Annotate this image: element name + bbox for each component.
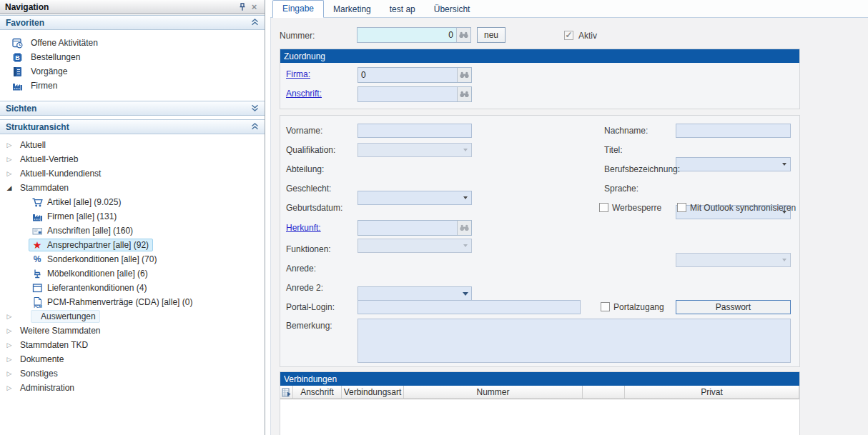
- herkunft-value[interactable]: [358, 221, 457, 235]
- tree-node[interactable]: %Sonderkonditionen [alle] (70): [29, 253, 161, 266]
- tree-node[interactable]: Aktuell-Kundendienst: [14, 167, 105, 180]
- tree-item[interactable]: ▷Aktuell-Kundendienst: [0, 166, 265, 181]
- nachname-input[interactable]: [676, 124, 791, 138]
- chevron-down-icon[interactable]: [459, 239, 471, 252]
- expand-expander-icon[interactable]: ▷: [5, 341, 14, 349]
- anschrift-link[interactable]: Anschrift:: [286, 89, 322, 99]
- bemerkung-textarea[interactable]: [357, 319, 791, 363]
- tree-item[interactable]: ▷Auswertungen: [0, 309, 265, 324]
- tree-node[interactable]: Anschriften [alle] (160): [29, 224, 137, 239]
- expand-expander-icon[interactable]: ▷: [5, 313, 14, 320]
- tab-marketing[interactable]: Marketing: [324, 1, 380, 17]
- titel-dropdown[interactable]: [676, 157, 791, 171]
- collapse-chevron-up-icon[interactable]: [251, 18, 259, 28]
- qualifikation-dropdown[interactable]: [357, 143, 472, 157]
- expand-chevron-down-icon[interactable]: [251, 104, 259, 114]
- tree-node[interactable]: Weitere Stammdaten: [14, 324, 105, 337]
- tree-item[interactable]: Möbelkonditionen [alle] (6): [0, 266, 265, 281]
- tree-node[interactable]: PCMPCM-Rahmenverträge (CDA) [alle] (0): [29, 295, 197, 310]
- expand-expander-icon[interactable]: ▷: [5, 156, 14, 163]
- sichten-header[interactable]: Sichten: [0, 101, 265, 116]
- tree-item[interactable]: ▷Sonstiges: [0, 366, 265, 381]
- tree-item[interactable]: ▷Aktuell: [0, 138, 265, 152]
- tree-item[interactable]: ▷Aktuell-Vertrieb: [0, 152, 265, 166]
- column-header-verbindungsart[interactable]: Verbindungsart: [342, 386, 404, 399]
- tree-node[interactable]: Sonstiges: [14, 367, 62, 380]
- column-header-privat[interactable]: Privat: [625, 386, 799, 399]
- strukturansicht-header[interactable]: Strukturansicht: [0, 119, 265, 134]
- tree-item[interactable]: ▷Dokumente: [0, 352, 265, 366]
- aktiv-checkbox[interactable]: ✓: [564, 31, 573, 40]
- firma-link[interactable]: Firma:: [286, 69, 310, 79]
- herkunft-link[interactable]: Herkunft:: [286, 223, 321, 233]
- favorite-item[interactable]: Offene Aktivitäten: [0, 36, 265, 50]
- tree-item[interactable]: Lieferantenkonditionen (4): [0, 281, 265, 295]
- tree-node[interactable]: Möbelkonditionen [alle] (6): [29, 266, 152, 281]
- tab-test-ap[interactable]: test ap: [380, 1, 425, 17]
- tree-item[interactable]: %Sonderkonditionen [alle] (70): [0, 252, 265, 266]
- chevron-down-icon[interactable]: [459, 191, 471, 204]
- binoculars-search-icon[interactable]: [457, 87, 471, 101]
- abteilung-dropdown[interactable]: [357, 191, 472, 205]
- column-header-empty[interactable]: [583, 386, 625, 399]
- expand-expander-icon[interactable]: ▷: [5, 370, 14, 377]
- tab-eingabe[interactable]: Eingabe: [272, 0, 324, 18]
- tree-node[interactable]: Stammdaten TKD: [14, 339, 92, 351]
- tree-node[interactable]: Aktuell: [14, 139, 50, 151]
- favoriten-header[interactable]: Favoriten: [0, 15, 265, 30]
- vorname-input[interactable]: [357, 124, 472, 138]
- collapse-expander-icon[interactable]: ◢: [5, 184, 14, 191]
- calendar-dropdown-icon[interactable]: [459, 287, 471, 300]
- tree-node[interactable]: Dokumente: [14, 353, 68, 366]
- binoculars-search-icon[interactable]: [457, 221, 471, 235]
- tree-node[interactable]: Firmen [alle] (131): [29, 209, 121, 224]
- neu-button[interactable]: neu: [477, 27, 505, 43]
- verbindungen-table-body[interactable]: [280, 399, 799, 435]
- binoculars-search-icon[interactable]: [456, 28, 470, 42]
- tree-node[interactable]: Aktuell-Vertrieb: [14, 153, 82, 166]
- binoculars-search-icon[interactable]: [457, 68, 471, 82]
- tree-node[interactable]: Stammdaten: [14, 181, 73, 194]
- tree-item[interactable]: ★Ansprechpartner [alle] (92): [0, 238, 265, 252]
- passwort-button[interactable]: Passwort: [676, 300, 791, 314]
- portalzugang-checkbox[interactable]: ✓: [601, 302, 610, 311]
- tab-übersicht[interactable]: Übersicht: [425, 1, 480, 17]
- tree-item[interactable]: Firmen [alle] (131): [0, 209, 265, 224]
- chevron-down-icon[interactable]: [778, 254, 790, 266]
- anschrift-field[interactable]: [357, 86, 472, 102]
- geburtsdatum-dropdown[interactable]: [357, 286, 472, 301]
- sprache-dropdown[interactable]: [676, 253, 791, 267]
- expand-expander-icon[interactable]: ▷: [5, 356, 14, 363]
- tree-item[interactable]: Artikel [alle] (9.025): [0, 195, 265, 209]
- expand-expander-icon[interactable]: ▷: [5, 327, 14, 334]
- tree-node[interactable]: ★Ansprechpartner [alle] (92): [29, 239, 153, 251]
- tree-item[interactable]: PCMPCM-Rahmenverträge (CDA) [alle] (0): [0, 295, 265, 309]
- nummer-field[interactable]: 0: [357, 27, 471, 43]
- tree-node[interactable]: Auswertungen: [31, 310, 100, 323]
- close-icon[interactable]: ×: [248, 1, 260, 12]
- expand-expander-icon[interactable]: ▷: [5, 141, 14, 149]
- tree-node[interactable]: Lieferantenkonditionen (4): [29, 281, 151, 296]
- expand-expander-icon[interactable]: ▷: [5, 170, 14, 177]
- geschlecht-dropdown[interactable]: [357, 239, 472, 253]
- firma-value[interactable]: 0: [358, 68, 457, 82]
- outlook-sync-checkbox[interactable]: ✓: [677, 203, 686, 212]
- tree-item[interactable]: ◢Stammdaten: [0, 181, 265, 195]
- tree-item[interactable]: Anschriften [alle] (160): [0, 224, 265, 238]
- anschrift-value[interactable]: [358, 87, 457, 101]
- column-header-nummer[interactable]: Nummer: [404, 386, 583, 399]
- werbesperre-checkbox[interactable]: ✓: [599, 203, 608, 212]
- favorite-item[interactable]: Vorgänge: [0, 64, 265, 79]
- row-editor-icon[interactable]: [280, 386, 293, 399]
- expand-expander-icon[interactable]: ▷: [5, 384, 14, 391]
- pin-icon[interactable]: [236, 1, 248, 12]
- tree-node[interactable]: Artikel [alle] (9.025): [29, 195, 125, 210]
- firma-field[interactable]: 0: [357, 67, 472, 83]
- herkunft-field[interactable]: [357, 220, 472, 236]
- chevron-down-icon[interactable]: [778, 158, 790, 171]
- favorite-item[interactable]: BBestellungen: [0, 50, 265, 64]
- tree-item[interactable]: ▷Stammdaten TKD: [0, 338, 265, 352]
- tree-item[interactable]: ▷Administration: [0, 381, 265, 395]
- nummer-value[interactable]: 0: [357, 28, 456, 42]
- collapse-chevron-up-icon[interactable]: [251, 122, 259, 132]
